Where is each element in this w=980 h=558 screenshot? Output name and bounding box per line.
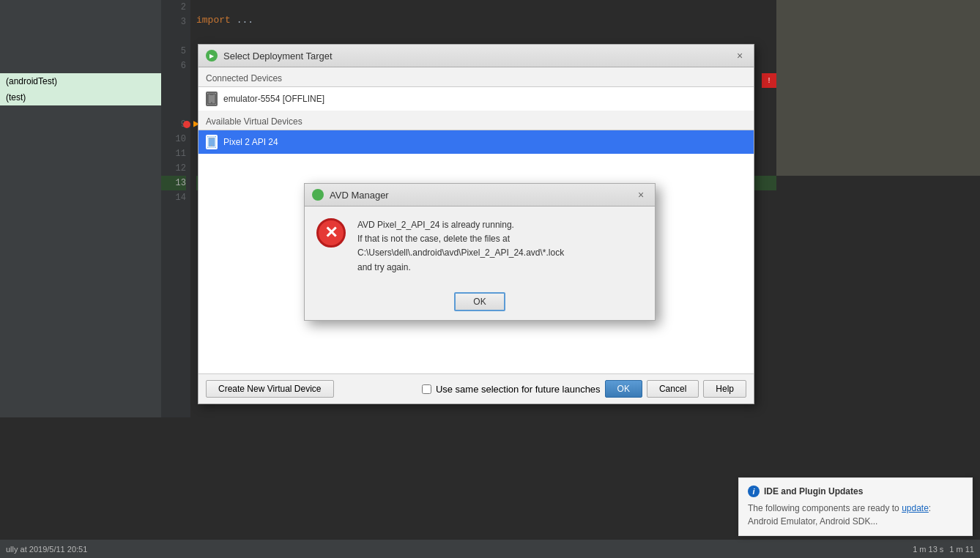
status-text-left: ully at 2019/5/11 20:51 [6,545,87,554]
test-item[interactable]: (test) [0,89,161,105]
virtual-devices-header: Available Virtual Devices [198,111,754,130]
same-selection-label: Use same selection for future launches [436,384,601,395]
avd-message-line1: AVD Pixel_2_API_24 is already running. [357,218,564,232]
pixel2-device-name: Pixel 2 API 24 [223,137,278,147]
ide-background: (androidTest) (test) 2 3 5 6 9 10 11 12 [0,0,980,558]
status-time2: 1 m 11 [949,545,974,554]
avd-title-text: AVD Manager [330,190,628,201]
notification-title-text: IDE and Plugin Updates [764,486,863,496]
deployment-close-button[interactable]: × [733,49,746,62]
avd-message-line4: and try again. [357,261,564,275]
avd-message: AVD Pixel_2_API_24 is already running. I… [357,218,564,275]
svg-text:▶: ▶ [209,53,215,59]
avd-message-line3: C:\Users\dell\.android\avd\Pixel_2_API_2… [357,246,564,260]
android-test-item[interactable]: (androidTest) [0,73,161,89]
breakpoint-dot [183,121,190,128]
svg-rect-3 [209,94,213,95]
create-virtual-device-button[interactable]: Create New Virtual Device [206,380,334,398]
deployment-cancel-button[interactable]: Cancel [647,380,699,398]
notification-link[interactable]: update [902,503,929,513]
status-bar: ully at 2019/5/11 20:51 1 m 13 s 1 m 11 [0,540,980,558]
avd-dialog-body: ✕ AVD Pixel_2_API_24 is already running.… [305,207,655,286]
same-selection-checkbox[interactable] [422,384,431,394]
avd-manager-dialog: AVD Manager × ✕ AVD Pixel_2_API_24 is al… [304,183,656,321]
same-selection-checkbox-row[interactable]: Use same selection for future launches [422,380,601,398]
deployment-dialog-footer: Create New Virtual Device Use same selec… [198,373,754,403]
connected-devices-header: Connected Devices [198,67,754,87]
deployment-help-button[interactable]: Help [703,380,746,398]
avd-message-line2: If that is not the case, delete the file… [357,232,564,246]
right-gutter [776,0,980,176]
emulator-device-icon [206,92,218,106]
error-marker: ! [762,73,776,88]
avd-dialog-footer: OK [305,286,655,320]
svg-point-4 [211,102,212,103]
notification-title: i IDE and Plugin Updates [748,486,963,497]
status-time1: 1 m 13 s [913,545,943,554]
update-notification: i IDE and Plugin Updates The following c… [738,477,973,536]
deployment-dialog-titlebar: ▶ Select Deployment Target × [198,45,754,67]
deployment-title-icon: ▶ [206,50,218,62]
avd-ok-button[interactable]: OK [454,292,505,311]
left-panel: (androidTest) (test) [0,0,161,417]
deployment-ok-button[interactable]: OK [605,380,642,398]
deployment-title-text: Select Deployment Target [223,51,727,62]
left-panel-empty [0,0,161,73]
footer-buttons: Use same selection for future launches O… [422,380,746,398]
svg-point-8 [314,191,322,198]
emulator-device-row[interactable]: emulator-5554 [OFFLINE] [198,87,754,111]
notification-body-text: The following components are ready to [748,503,899,513]
pixel2-device-icon [206,135,218,149]
connected-devices-section: Connected Devices emulator-5554 [OFFLINE… [198,67,754,111]
svg-point-7 [211,145,212,146]
code-import-line: import ... [196,15,253,26]
notification-body: The following components are ready to up… [748,502,963,528]
emulator-device-name: emulator-5554 [OFFLINE] [223,94,324,104]
avd-error-icon: ✕ [316,218,346,248]
svg-rect-6 [209,138,213,138]
virtual-devices-section: Available Virtual Devices Pixel 2 API 24 [198,111,754,154]
avd-close-button[interactable]: × [634,188,647,201]
pixel2-device-row[interactable]: Pixel 2 API 24 [198,130,754,154]
line-numbers: 2 3 5 6 9 10 11 12 13 14 [161,0,190,417]
notification-info-icon: i [748,486,760,497]
avd-dialog-titlebar: AVD Manager × [305,184,655,207]
avd-title-icon [312,189,324,201]
